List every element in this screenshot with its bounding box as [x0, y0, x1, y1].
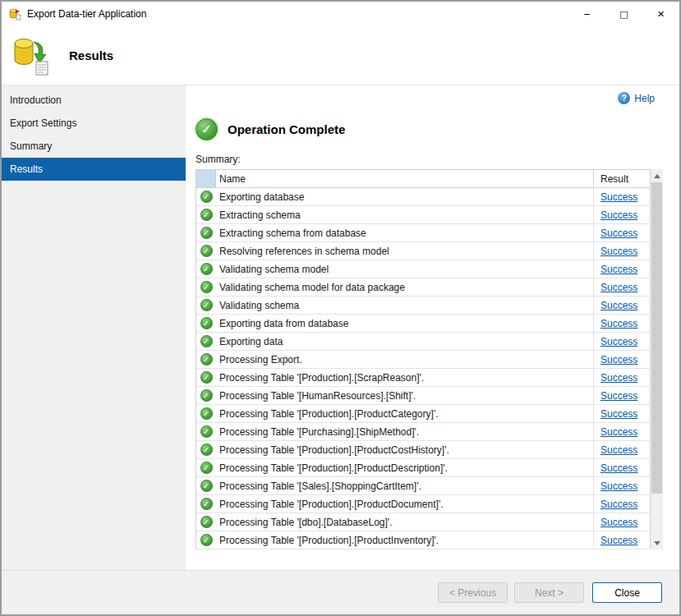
table-row[interactable]: Processing Table '[dbo].[DatabaseLog]'. …: [196, 513, 650, 531]
table-row[interactable]: Extracting schema from database Success: [196, 224, 650, 242]
titlebar: Export Data-tier Application ─ □ ✕: [2, 2, 679, 26]
table-row[interactable]: Validating schema model Success: [196, 260, 650, 278]
previous-button[interactable]: < Previous: [438, 582, 508, 603]
row-icon-cell: [196, 405, 216, 422]
table-row[interactable]: Processing Table '[Production].[ProductD…: [196, 495, 650, 513]
step-name: Exporting data from database: [216, 315, 594, 332]
success-link[interactable]: Success: [600, 228, 637, 239]
results-table: Name Result Exporting database Success: [196, 169, 651, 549]
sidebar-step-item[interactable]: Introduction: [2, 89, 186, 112]
table-row[interactable]: Processing Table '[Sales].[ShoppingCartI…: [196, 477, 650, 495]
sidebar-step-label: Export Settings: [10, 117, 76, 129]
success-link[interactable]: Success: [600, 517, 637, 528]
table-row[interactable]: Extracting schema Success: [196, 206, 650, 224]
success-link[interactable]: Success: [600, 354, 637, 365]
success-check-icon: [200, 317, 213, 329]
export-dta-dialog: Export Data-tier Application ─ □ ✕ Resul…: [0, 0, 681, 616]
table-row[interactable]: Processing Table '[Production].[ProductC…: [196, 405, 650, 423]
table-row[interactable]: Processing Table '[Production].[ProductD…: [196, 459, 650, 477]
minimize-button[interactable]: ─: [568, 2, 605, 26]
success-link[interactable]: Success: [600, 191, 637, 203]
success-link[interactable]: Success: [600, 499, 637, 510]
success-link[interactable]: Success: [600, 408, 637, 420]
success-check-icon: [200, 389, 213, 402]
window-controls: ─ □ ✕: [568, 2, 679, 26]
result-cell: Success: [594, 297, 650, 314]
wizard-header: Results: [2, 26, 679, 85]
sidebar-step-item[interactable]: Results: [2, 158, 186, 181]
result-cell: Success: [594, 423, 650, 440]
success-check-icon: [200, 462, 213, 474]
step-name: Processing Table '[HumanResources].[Shif…: [216, 387, 594, 404]
row-icon-cell: [196, 224, 216, 241]
row-icon-cell: [196, 441, 216, 458]
success-link[interactable]: Success: [600, 462, 637, 474]
help-link[interactable]: ? Help: [618, 92, 655, 104]
icon-column-header[interactable]: [196, 170, 216, 187]
result-cell: Success: [594, 477, 650, 494]
row-icon-cell: [196, 387, 216, 404]
step-name: Resolving references in schema model: [216, 242, 594, 260]
success-link[interactable]: Success: [600, 426, 637, 438]
table-row[interactable]: Processing Table '[Purchasing].[ShipMeth…: [196, 423, 650, 441]
row-icon-cell: [196, 206, 216, 223]
success-check-icon: [200, 335, 213, 347]
row-icon-cell: [196, 477, 216, 494]
success-link[interactable]: Success: [600, 336, 637, 347]
close-window-button[interactable]: ✕: [642, 2, 679, 26]
maximize-button[interactable]: □: [605, 2, 642, 26]
sidebar-step-label: Results: [10, 163, 43, 175]
success-link[interactable]: Success: [600, 318, 637, 329]
status-title: Operation Complete: [228, 122, 345, 136]
table-row[interactable]: Exporting data Success: [196, 333, 650, 351]
result-cell: Success: [594, 351, 650, 368]
success-check-icon: [200, 227, 213, 239]
row-icon-cell: [196, 369, 216, 386]
success-link[interactable]: Success: [600, 535, 637, 546]
table-row[interactable]: Resolving references in schema model Suc…: [196, 242, 650, 260]
success-link[interactable]: Success: [600, 480, 637, 492]
success-link[interactable]: Success: [600, 300, 637, 311]
scroll-up-button[interactable]: [651, 169, 663, 182]
next-button[interactable]: Next >: [514, 582, 584, 603]
table-row[interactable]: Processing Table '[Production].[ProductC…: [196, 441, 650, 459]
table-row[interactable]: Validating schema model for data package…: [196, 278, 650, 297]
table-row[interactable]: Processing Table '[HumanResources].[Shif…: [196, 387, 650, 405]
scroll-down-button[interactable]: [651, 536, 663, 549]
success-link[interactable]: Success: [600, 209, 637, 221]
result-column-header[interactable]: Result: [594, 170, 650, 187]
table-row[interactable]: Exporting data from database Success: [196, 315, 650, 333]
sidebar-step-item[interactable]: Summary: [2, 135, 186, 158]
step-name: Exporting data: [216, 333, 594, 350]
row-icon-cell: [196, 297, 216, 314]
table-row[interactable]: Validating schema Success: [196, 297, 650, 315]
success-link[interactable]: Success: [600, 372, 637, 384]
window-title: Export Data-tier Application: [27, 8, 146, 20]
app-icon: [8, 7, 21, 21]
scrollbar-track[interactable]: [651, 182, 663, 536]
table-row[interactable]: Processing Table '[Production].[ProductI…: [196, 531, 650, 549]
table-row[interactable]: Processing Export. Success: [196, 351, 650, 369]
success-link[interactable]: Success: [600, 282, 637, 293]
step-name: Processing Table '[Sales].[ShoppingCartI…: [216, 477, 594, 494]
vertical-scrollbar[interactable]: [651, 169, 663, 549]
scrollbar-thumb[interactable]: [651, 182, 662, 494]
sidebar-step-item[interactable]: Export Settings: [2, 112, 186, 135]
step-name: Processing Table '[Production].[ProductC…: [216, 441, 594, 458]
export-database-icon: [12, 35, 53, 76]
success-link[interactable]: Success: [600, 390, 637, 402]
success-link[interactable]: Success: [600, 264, 637, 275]
step-name: Processing Table '[Production].[ScrapRea…: [216, 369, 594, 386]
sidebar-step-label: Introduction: [10, 94, 62, 106]
success-check-icon: [200, 516, 213, 528]
step-name: Processing Table '[dbo].[DatabaseLog]'.: [216, 513, 594, 531]
table-row[interactable]: Exporting database Success: [196, 188, 650, 206]
close-button[interactable]: Close: [592, 582, 662, 603]
result-cell: Success: [594, 513, 650, 531]
name-column-header[interactable]: Name: [216, 170, 594, 187]
success-link[interactable]: Success: [600, 444, 637, 456]
success-link[interactable]: Success: [600, 246, 637, 257]
table-row[interactable]: Processing Table '[Production].[ScrapRea…: [196, 369, 650, 387]
success-check-icon: [200, 480, 213, 492]
help-label: Help: [634, 93, 655, 104]
